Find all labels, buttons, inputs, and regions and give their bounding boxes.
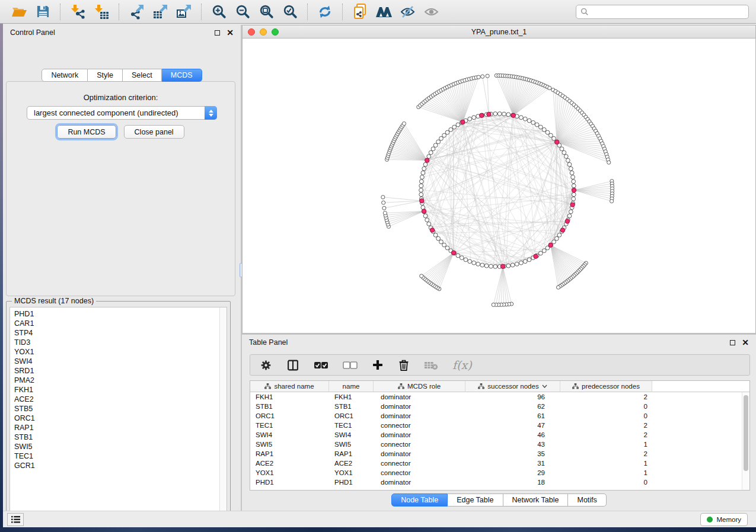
export-table-button[interactable]	[148, 2, 172, 21]
result-node-item[interactable]: FKH1	[14, 385, 35, 395]
graph-edge[interactable]	[393, 143, 427, 161]
graph-node[interactable]	[567, 214, 572, 218]
graph-node[interactable]	[436, 140, 441, 144]
result-node-item[interactable]: SWI5	[14, 442, 35, 451]
optimization-criterion-select[interactable]: largest connected component (undirected)	[27, 106, 217, 120]
table-scrollbar-thumb[interactable]	[744, 395, 748, 471]
mcds-graph-node[interactable]	[487, 112, 491, 116]
graph-node[interactable]	[445, 246, 449, 250]
create-column-button[interactable]	[372, 359, 384, 371]
result-node-item[interactable]: TID3	[14, 338, 35, 347]
graph-node[interactable]	[382, 206, 386, 210]
mcds-graph-node[interactable]	[511, 113, 515, 117]
graph-node[interactable]	[383, 211, 387, 214]
graph-node[interactable]	[419, 193, 423, 197]
global-search-box[interactable]	[576, 5, 749, 19]
graph-node[interactable]	[419, 184, 423, 188]
graph-node[interactable]	[456, 254, 460, 258]
graph-node[interactable]	[439, 240, 444, 244]
graph-node[interactable]	[549, 133, 553, 137]
graph-edge[interactable]	[438, 142, 574, 190]
result-node-item[interactable]: CAR1	[14, 319, 35, 328]
graph-node[interactable]	[607, 161, 611, 164]
tab-motifs[interactable]: Motifs	[568, 493, 606, 507]
graph-edge[interactable]	[496, 76, 513, 116]
graph-node[interactable]	[420, 274, 423, 278]
window-close-light[interactable]	[248, 28, 255, 36]
graph-node[interactable]	[538, 125, 543, 129]
mcds-graph-node[interactable]	[548, 243, 553, 247]
graph-edge[interactable]	[383, 197, 422, 201]
graph-edge[interactable]	[401, 129, 427, 161]
graph-edge[interactable]	[455, 142, 557, 254]
graph-node[interactable]	[497, 112, 502, 116]
graph-node[interactable]	[476, 262, 480, 266]
graph-edge[interactable]	[438, 253, 454, 288]
graph-node[interactable]	[523, 117, 527, 121]
column-header-shared-name[interactable]: shared name	[250, 381, 329, 392]
graph-node[interactable]	[567, 162, 572, 166]
result-node-item[interactable]: RAP1	[14, 423, 35, 432]
select-all-rows-button[interactable]	[314, 361, 328, 370]
memory-button[interactable]: Memory	[700, 513, 748, 526]
graph-node[interactable]	[527, 258, 531, 262]
graph-node[interactable]	[477, 75, 480, 79]
result-node-item[interactable]: GCR1	[14, 461, 35, 470]
graph-node[interactable]	[572, 180, 576, 184]
zoom-fit-button[interactable]	[254, 2, 278, 21]
mcds-graph-node[interactable]	[572, 188, 576, 192]
graph-node[interactable]	[468, 259, 472, 264]
search-input[interactable]	[592, 8, 744, 16]
graph-node[interactable]	[442, 243, 446, 247]
mcds-result-list[interactable]: PHD1CAR1STP4TID3YOX1SWI4SRD1PMA2FKH1ACE2…	[9, 307, 227, 518]
graph-node[interactable]	[423, 214, 428, 218]
table-row[interactable]: ORC1ORC1dominator610	[250, 411, 749, 421]
graph-edge[interactable]	[436, 253, 454, 287]
import-network-button[interactable]	[66, 2, 90, 21]
result-node-item[interactable]: PMA2	[14, 376, 35, 385]
graph-node[interactable]	[468, 117, 472, 121]
tab-network-table[interactable]: Network Table	[503, 493, 569, 507]
graph-node[interactable]	[381, 196, 385, 199]
graph-node[interactable]	[422, 166, 426, 171]
graph-node[interactable]	[481, 75, 484, 78]
deselect-all-rows-button[interactable]	[343, 361, 358, 370]
graph-edge[interactable]	[428, 253, 454, 281]
graph-node[interactable]	[535, 123, 539, 127]
table-row[interactable]: SWI5SWI5connector431	[250, 440, 749, 449]
show-all-button[interactable]	[419, 2, 443, 21]
graph-node[interactable]	[472, 261, 476, 265]
graph-node[interactable]	[569, 210, 573, 214]
graph-node[interactable]	[425, 218, 429, 222]
column-header-name[interactable]: name	[329, 381, 374, 392]
result-node-item[interactable]: ORC1	[14, 414, 35, 423]
import-table-button[interactable]	[90, 2, 113, 21]
result-node-item[interactable]: YOX1	[14, 347, 35, 357]
graph-node[interactable]	[419, 188, 423, 193]
graph-node[interactable]	[542, 127, 546, 132]
graph-node[interactable]	[489, 264, 493, 268]
table-row[interactable]: FKH1FKH1dominator962	[250, 392, 749, 402]
mcds-graph-node[interactable]	[565, 219, 569, 223]
show-log-button[interactable]	[7, 513, 24, 526]
delete-column-button[interactable]	[398, 358, 410, 371]
graph-node[interactable]	[382, 201, 385, 204]
graph-edge[interactable]	[574, 190, 612, 198]
float-panel-icon[interactable]	[730, 340, 735, 345]
graph-edge[interactable]	[513, 84, 542, 115]
mcds-graph-node[interactable]	[430, 228, 434, 232]
table-row[interactable]: STB1STB1dominator620	[250, 402, 749, 411]
result-node-item[interactable]: SWI4	[14, 357, 35, 366]
graph-edge[interactable]	[513, 81, 531, 116]
graph-node[interactable]	[402, 122, 406, 126]
column-header-successor-nodes[interactable]: successor nodes	[465, 381, 560, 392]
graph-node[interactable]	[511, 263, 515, 267]
graph-node[interactable]	[492, 303, 495, 306]
window-zoom-light[interactable]	[272, 28, 279, 36]
table-row[interactable]: ACE2ACE2connector311	[250, 459, 749, 468]
table-row[interactable]: TEC1TEC1connector472	[250, 421, 749, 430]
graph-node[interactable]	[515, 262, 519, 266]
result-node-item[interactable]: SRD1	[14, 366, 35, 376]
graph-node[interactable]	[557, 233, 562, 237]
mcds-graph-node[interactable]	[425, 158, 429, 162]
